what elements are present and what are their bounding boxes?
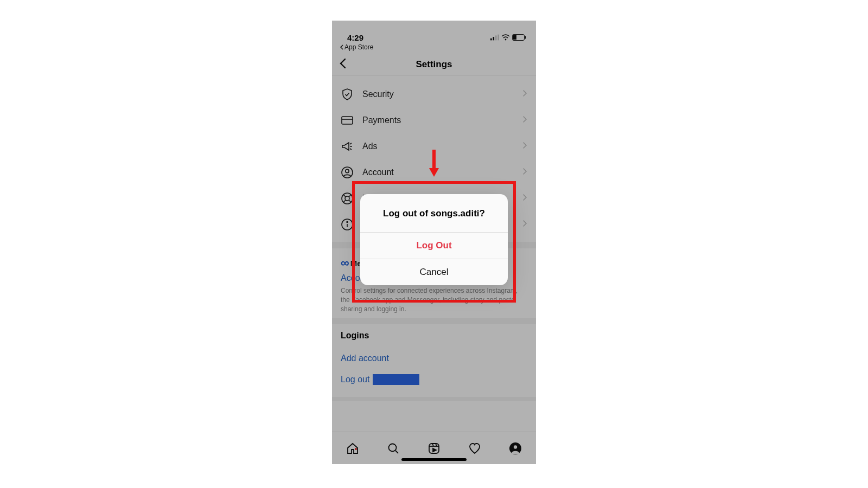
svg-rect-29 (432, 150, 436, 169)
annotation-arrow-icon (428, 150, 440, 178)
dialog-cancel-button[interactable]: Cancel (360, 259, 508, 285)
dialog-logout-button[interactable]: Log Out (360, 233, 508, 259)
dialog-title: Log out of songs.aditi? (360, 194, 508, 233)
logout-confirm-dialog: Log out of songs.aditi? Log Out Cancel (360, 194, 508, 285)
phone-screen: 4:29 App Store Settings Securit (332, 21, 536, 464)
